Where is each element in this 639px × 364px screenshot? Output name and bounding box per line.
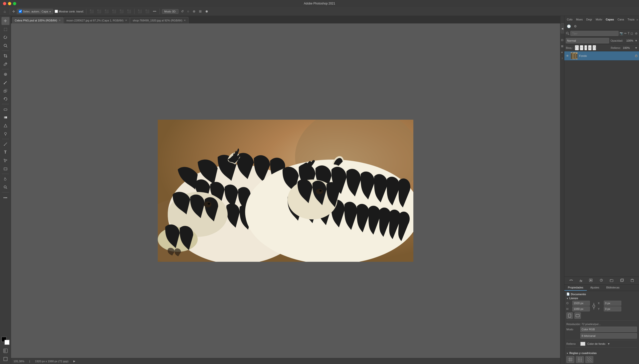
- tab-moon-close[interactable]: ✕: [125, 19, 127, 22]
- shape-tool-btn[interactable]: [2, 165, 10, 173]
- tab-ajustes[interactable]: Ajustes: [587, 285, 603, 291]
- 3d-rotate-icon[interactable]: ↺: [180, 9, 185, 14]
- hand-tool-btn[interactable]: [2, 175, 10, 183]
- dodge-tool-btn[interactable]: [2, 130, 10, 138]
- clone-stamp-tool-btn[interactable]: [2, 87, 10, 95]
- canvas-landscape-btn[interactable]: [574, 312, 581, 319]
- lock-transparency-btn[interactable]: [575, 45, 579, 50]
- panel-nav-collapse[interactable]: »: [636, 18, 638, 22]
- opacity-arrow[interactable]: ▼: [635, 39, 637, 42]
- canvas-x-input[interactable]: [604, 301, 621, 306]
- zoom-tool-btn[interactable]: [2, 183, 10, 191]
- panel-nav-motiv[interactable]: Motiv: [594, 18, 603, 22]
- panel-nav-degr[interactable]: Degr: [585, 18, 594, 22]
- side-icon-2[interactable]: ⊞: [561, 45, 564, 47]
- panel-nav-mues[interactable]: Mues: [575, 18, 584, 22]
- align-left-icon[interactable]: ⬛: [89, 9, 95, 14]
- lock-artboard-btn[interactable]: ⊞: [588, 45, 592, 50]
- delete-layer-btn[interactable]: [630, 278, 634, 283]
- filter-toggle[interactable]: ⊘: [635, 32, 637, 35]
- close-button[interactable]: [3, 2, 6, 5]
- lock-all-btn[interactable]: [593, 45, 596, 50]
- canvas-y-input[interactable]: [604, 306, 621, 312]
- lienzo-chevron[interactable]: [566, 297, 568, 300]
- lienzo-section-title[interactable]: Lienzo: [566, 297, 637, 300]
- filter-adjustment-icon[interactable]: ✏: [624, 32, 627, 35]
- tab-cebra[interactable]: Cebra PNG.psd al 105% (RGB/8#) ✕: [12, 17, 63, 24]
- filter-pixel-icon[interactable]: 📷: [619, 32, 623, 35]
- pen-tool-btn[interactable]: [2, 140, 10, 148]
- align-top-icon[interactable]: ⬛: [111, 9, 117, 14]
- blend-mode-select[interactable]: Normal Dissolve Multiply Screen: [566, 38, 609, 44]
- panel-nav-capas[interactable]: Capas: [604, 18, 615, 22]
- layer-dropdown-arrow[interactable]: [49, 10, 51, 13]
- history-brush-tool-btn[interactable]: [2, 95, 10, 103]
- filter-shape-icon[interactable]: ◻: [630, 32, 633, 35]
- gradient-tool-btn[interactable]: [2, 114, 10, 122]
- auto-select-dropdown[interactable]: Selec. autom.: Capa: [17, 9, 53, 14]
- layer-search-input[interactable]: [570, 31, 618, 36]
- tab-moon[interactable]: moon-2285627.jpg al 87,2% (Capa 1, RGB/8…: [64, 17, 130, 24]
- quick-select-tool-btn[interactable]: [2, 42, 10, 50]
- rules-dots-btn[interactable]: [576, 356, 584, 363]
- align-right-icon[interactable]: ⬛: [104, 9, 110, 14]
- tab-shop[interactable]: shop-768499_1920.jpg al 92% (RGB/8#) ✕: [130, 17, 189, 24]
- panel-collapse-btn[interactable]: ◀: [561, 24, 564, 34]
- auto-select-checkbox[interactable]: [19, 10, 22, 13]
- lock-position-btn[interactable]: +: [584, 45, 587, 50]
- crop-tool-btn[interactable]: [2, 52, 10, 60]
- panel-nav-color[interactable]: Colo: [565, 18, 574, 22]
- quick-mask-btn[interactable]: [2, 347, 10, 355]
- 3d-move-icon[interactable]: ○: [186, 9, 190, 14]
- distribute-left-icon[interactable]: ⬛: [137, 9, 143, 14]
- history-icon[interactable]: 🕐: [566, 24, 572, 29]
- depth-select[interactable]: 8 bits/canal 16 bits/canal 32 bits/canal: [580, 333, 637, 338]
- move-tool-btn[interactable]: ✛: [2, 17, 10, 25]
- transform-checkbox[interactable]: [55, 10, 58, 13]
- panel-nav-traza[interactable]: Traza: [626, 18, 636, 22]
- tab-propiedades[interactable]: Propiedades: [564, 285, 587, 291]
- documento-section-title[interactable]: 📄 Documento: [566, 292, 637, 296]
- canvas-width-input[interactable]: [572, 301, 590, 306]
- lasso-tool-btn[interactable]: [2, 34, 10, 42]
- distribute-right-icon[interactable]: ⬛: [144, 9, 150, 14]
- brush-tool-btn[interactable]: [2, 78, 10, 86]
- add-group-btn[interactable]: [609, 278, 614, 283]
- screen-mode-btn[interactable]: [2, 355, 10, 363]
- rules-chevron[interactable]: [566, 352, 568, 354]
- window-controls[interactable]: [3, 2, 16, 5]
- 3d-record-icon[interactable]: ⏺: [204, 9, 209, 14]
- tab-bibliotecas[interactable]: Bibliotecas: [603, 285, 623, 291]
- align-center-v-icon[interactable]: ⬛: [119, 9, 125, 14]
- more-options-icon[interactable]: •••: [152, 9, 157, 14]
- rules-title[interactable]: Reglas y cuadrículas: [566, 352, 637, 354]
- layer-visibility-icon[interactable]: 👁: [566, 54, 569, 58]
- canvas-portrait-btn[interactable]: [566, 312, 573, 319]
- minimize-button[interactable]: [8, 2, 11, 5]
- filter-type-icon[interactable]: T: [628, 32, 629, 35]
- mode-select[interactable]: Color RGB CMYK Escala de grises: [580, 326, 637, 332]
- new-layer-btn[interactable]: [620, 278, 624, 283]
- align-bottom-icon[interactable]: ⬛: [126, 9, 132, 14]
- rules-diagonal-btn[interactable]: [585, 356, 593, 363]
- eyedropper-tool-btn[interactable]: [2, 60, 10, 68]
- rules-lines-btn[interactable]: [566, 356, 574, 363]
- type-tool-btn[interactable]: T: [2, 148, 10, 156]
- properties-icon[interactable]: ⚙: [573, 24, 578, 29]
- background-color[interactable]: [5, 340, 10, 345]
- side-icon-1[interactable]: ⊡: [561, 39, 564, 41]
- tab-shop-close[interactable]: ✕: [184, 19, 186, 22]
- fill-color-arrow[interactable]: ▼: [607, 342, 610, 345]
- panel-nav-cana[interactable]: Cana: [616, 18, 625, 22]
- home-icon[interactable]: ⌂: [2, 9, 8, 14]
- fill-color-swatch[interactable]: [580, 342, 585, 346]
- 3d-camera-icon[interactable]: ⊞: [198, 9, 203, 14]
- side-icon-3[interactable]: ≡: [561, 52, 564, 53]
- add-mask-btn[interactable]: [589, 278, 593, 283]
- extra-tools-btn[interactable]: •••: [2, 194, 10, 202]
- canvas-height-input[interactable]: [572, 306, 590, 312]
- add-adjustment-btn[interactable]: [599, 278, 603, 283]
- canvas-area[interactable]: [11, 24, 560, 358]
- lock-image-btn[interactable]: ✏: [580, 45, 583, 50]
- eraser-tool-btn[interactable]: [2, 105, 10, 113]
